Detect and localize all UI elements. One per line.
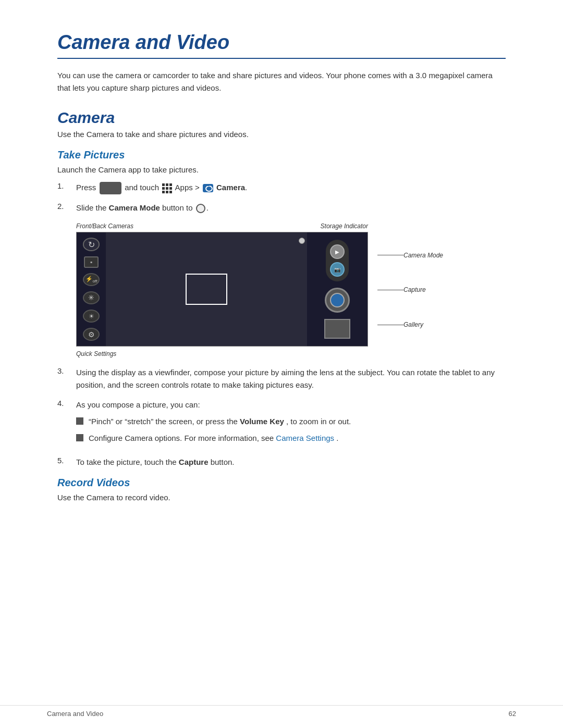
home-button-illustration (100, 182, 121, 195)
steps-list-2: 3. Using the display as a viewfinder, co… (57, 366, 506, 468)
gallery-right-label: Gallery (377, 321, 443, 328)
bullet-2-text: Configure Camera options. For more infor… (89, 432, 338, 445)
camera-mode-right-label: Camera Mode (377, 252, 443, 259)
front-back-icon: ↻ (83, 238, 100, 251)
bullet-2-icon (76, 434, 83, 441)
step-1: 1. Press and touch Apps > Camera. (57, 181, 506, 194)
settings-icon: ⚙ (83, 328, 100, 341)
camera-left-panel: ↻ ▪ ⚡off ✳ ☀ ⚙ (77, 232, 106, 346)
volume-key-bold: Volume Key (240, 417, 284, 426)
chapter-title: Camera and Video (57, 31, 506, 54)
subsection2-title: Record Videos (57, 477, 506, 489)
capture-label: Capture (403, 286, 426, 293)
capture-button-inner (330, 293, 345, 307)
camera-mode-slider: ▶ 📷 (326, 240, 349, 281)
battery-icon: ▪ (84, 256, 99, 268)
camera-diagram-wrapper: Front/Back Cameras Storage Indicator ↻ ▪… (76, 223, 506, 358)
step-1-content: Press and touch Apps > Camera. (76, 181, 506, 194)
quick-settings-label: Quick Settings (76, 350, 116, 357)
bullet-1-icon (76, 417, 83, 425)
gallery-label: Gallery (403, 321, 423, 328)
steps-list: 1. Press and touch Apps > Camera. 2. Sli… (57, 181, 506, 214)
front-back-cameras-label: Front/Back Cameras (76, 223, 133, 230)
photo-mode-dot: 📷 (330, 262, 345, 277)
step-1-number: 1. (57, 181, 76, 190)
camera-viewfinder (106, 232, 307, 346)
flash-off-icon: ⚡off (83, 273, 100, 286)
bullet-1: “Pinch” or “stretch” the screen, or pres… (76, 415, 506, 428)
video-mode-dot: ▶ (330, 244, 345, 259)
chapter-intro: You can use the camera or camcorder to t… (57, 69, 506, 94)
camera-label: Camera (216, 183, 245, 192)
diagram-bottom-labels: Quick Settings (76, 349, 368, 358)
footer-left: Camera and Video (47, 710, 103, 718)
capture-button (325, 288, 350, 313)
effects-icon: ✳ (83, 291, 100, 304)
camera-mode-icon (196, 204, 205, 213)
step-2: 2. Slide the Camera Mode button to . (57, 202, 506, 214)
step-5: 5. To take the picture, touch the Captur… (57, 456, 506, 468)
bullet-1-text: “Pinch” or “stretch” the screen, or pres… (89, 415, 351, 428)
step-4-bullets: “Pinch” or “stretch” the screen, or pres… (76, 415, 506, 445)
diagram-top-labels: Front/Back Cameras Storage Indicator (76, 223, 368, 230)
section-intro: Use the Camera to take and share picture… (57, 130, 506, 139)
gallery-thumbnail (324, 319, 350, 339)
focus-box (186, 274, 227, 305)
step-2-number: 2. (57, 202, 76, 211)
camera-settings-link[interactable]: Camera Settings (276, 434, 334, 442)
page-footer: Camera and Video 62 (0, 705, 563, 718)
step-5-content: To take the picture, touch the Capture b… (76, 456, 506, 468)
step-3-number: 3. (57, 366, 76, 375)
subsection1-intro: Launch the Camera app to take pictures. (57, 165, 506, 174)
subsection1-title: Take Pictures (57, 149, 506, 161)
step-5-number: 5. (57, 456, 76, 465)
step-4-number: 4. (57, 399, 76, 408)
camera-right-panel: ▶ 📷 (307, 232, 368, 346)
footer-right: 62 (509, 710, 516, 718)
step-2-content: Slide the Camera Mode button to . (76, 202, 506, 214)
capture-right-label: Capture (377, 286, 443, 293)
camera-mode-bold: Camera Mode (109, 203, 160, 212)
storage-indicator-label: Storage Indicator (321, 223, 368, 230)
subsection2-intro: Use the Camera to record video. (57, 493, 506, 502)
camera-mode-label: Camera Mode (403, 252, 443, 259)
apps-label: Apps (175, 183, 193, 192)
bullet-2: Configure Camera options. For more infor… (76, 432, 506, 445)
diagram-right-labels: Camera Mode Capture Gallery (377, 238, 443, 342)
exposure-icon: ☀ (83, 310, 100, 323)
section-title: Camera (57, 109, 506, 127)
step-4-content: As you compose a picture, you can: “Pinc… (76, 399, 506, 449)
step-3: 3. Using the display as a viewfinder, co… (57, 366, 506, 391)
step-4: 4. As you compose a picture, you can: “P… (57, 399, 506, 449)
step-4-text: As you compose a picture, you can: (76, 400, 200, 409)
camera-diagram: ↻ ▪ ⚡off ✳ ☀ ⚙ (76, 232, 368, 347)
apps-grid-icon (162, 183, 172, 193)
camera-app-icon (203, 184, 213, 192)
capture-bold: Capture (179, 458, 209, 466)
step-3-content: Using the display as a viewfinder, compo… (76, 366, 506, 391)
